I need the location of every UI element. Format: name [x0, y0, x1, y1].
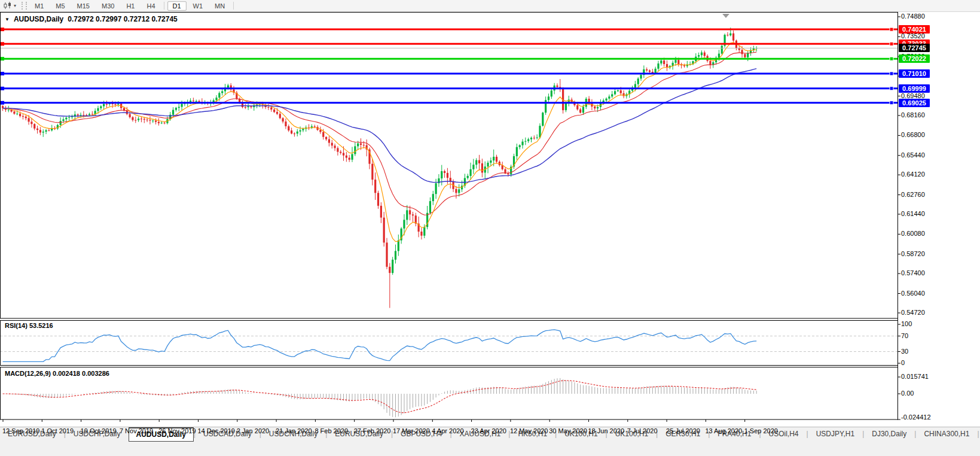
timeframe-group: D1W1MN — [167, 1, 231, 11]
chart-window[interactable]: ▼ AUDUSD,Daily 0.72972 0.72997 0.72712 0… — [0, 12, 980, 438]
price-tick-label: 0.56040 — [901, 290, 925, 297]
chart-symbol-label: AUDUSD,Daily — [14, 15, 63, 23]
rsi-tick-label: 70 — [901, 332, 908, 339]
date-label[interactable]: 30 May 2020 — [549, 427, 587, 434]
price-tick-label: 0.61440 — [901, 210, 925, 217]
date-label[interactable]: 7 Jul 2020 — [627, 427, 658, 434]
date-label[interactable]: 2 Jan 2020 — [237, 427, 269, 434]
date-label[interactable]: 17 Mar 2020 — [393, 427, 430, 434]
price-tick-label: 0.62760 — [901, 191, 925, 198]
mt4-terminal: ▾ M1M5M15M30H1H4 D1W1MN ▼ AUDUSD,Daily 0… — [0, 0, 980, 456]
hline-price-label: 0.74021 — [899, 25, 930, 34]
price-tick-label: 0.54720 — [901, 309, 925, 316]
toolbar-drag-handle[interactable] — [22, 2, 27, 10]
date-label[interactable]: 4 Apr 2020 — [432, 427, 463, 434]
price-tick-label: 0.64120 — [901, 171, 925, 178]
price-tick-label: 0.65440 — [901, 151, 925, 159]
toolbar-separator — [164, 2, 164, 10]
date-label[interactable]: 25 Jul 2020 — [666, 427, 700, 434]
timeframe-button-d1[interactable]: D1 — [167, 1, 187, 11]
date-label[interactable]: 1 Oct 2019 — [41, 427, 74, 434]
rsi-indicator-label: RSI(14) 53.5216 — [5, 322, 53, 329]
macd-indicator-label: MACD(12,26,9) 0.002418 0.003286 — [5, 370, 109, 377]
date-label[interactable]: 19 Oct 2019 — [81, 427, 117, 434]
price-tick-label: 0.69480 — [901, 92, 925, 99]
timeframe-button-m5[interactable]: M5 — [50, 1, 70, 11]
current-price-label: 0.72745 — [899, 44, 930, 52]
date-label[interactable]: 13 Aug 2020 — [705, 427, 742, 434]
chevron-down-icon: ▾ — [14, 3, 16, 8]
hline-price-label: 0.69025 — [899, 99, 930, 107]
date-label[interactable]: 18 Jun 2020 — [588, 427, 625, 434]
date-label[interactable]: 1 Sep 2020 — [744, 427, 778, 434]
timeframe-button-w1[interactable]: W1 — [188, 1, 209, 11]
hline-price-label: 0.71010 — [899, 69, 930, 78]
chart-ohlc-values: 0.72972 0.72997 0.72712 0.72745 — [68, 15, 178, 23]
macd-tick-label: -0.024412 — [901, 414, 931, 421]
chart-canvas[interactable] — [0, 12, 980, 438]
hline-price-label: 0.69999 — [899, 84, 930, 93]
date-label[interactable]: 21 Jan 2020 — [276, 427, 312, 434]
timeframe-toolbar: ▾ M1M5M15M30H1H4 D1W1MN — [0, 0, 980, 12]
price-tick-label: 0.73520 — [901, 32, 925, 39]
price-tick-label: 0.60080 — [901, 230, 925, 237]
date-label[interactable]: 14 Dec 2019 — [198, 427, 235, 434]
macd-tick-label: 0.015741 — [901, 373, 929, 380]
date-label[interactable]: 23 Apr 2020 — [471, 427, 506, 434]
price-tick-label: 0.57400 — [901, 269, 925, 276]
timeframe-button-m30[interactable]: M30 — [96, 1, 120, 11]
chart-title: ▼ AUDUSD,Daily 0.72972 0.72997 0.72712 0… — [5, 15, 178, 23]
timeframe-button-mn[interactable]: MN — [209, 1, 230, 11]
timeframe-button-h1[interactable]: H1 — [121, 1, 140, 11]
candlestick-chart-icon — [4, 2, 12, 10]
toolbar-separator — [233, 2, 234, 10]
date-label[interactable]: 12 Sep 2019 — [2, 427, 39, 434]
price-tick-label: 0.68160 — [901, 111, 925, 118]
chart-title-collapse-icon[interactable]: ▼ — [5, 17, 10, 22]
rsi-tick-label: 30 — [901, 348, 908, 355]
macd-tick-label: 0.00 — [901, 390, 914, 397]
date-label[interactable]: 12 May 2020 — [510, 427, 548, 434]
rsi-tick-label: 100 — [901, 320, 912, 327]
date-label[interactable]: 8 Feb 2020 — [315, 427, 348, 434]
date-label[interactable]: 27 Feb 2020 — [354, 427, 391, 434]
price-tick-label: 0.58720 — [901, 250, 925, 257]
rsi-tick-label: 0 — [901, 359, 905, 366]
timeframe-group: M1M5M15M30H1H4 — [29, 1, 161, 11]
timeframe-button-m1[interactable]: M1 — [29, 1, 49, 11]
price-tick-label: 0.74880 — [901, 13, 925, 20]
price-tick-label: 0.66800 — [901, 131, 925, 138]
hline-price-label: 0.72022 — [899, 54, 930, 63]
chart-tool-button[interactable]: ▾ — [0, 1, 20, 11]
date-label[interactable]: 26 Nov 2019 — [158, 427, 196, 434]
timeframe-button-h4[interactable]: H4 — [141, 1, 160, 11]
timeframe-button-m15[interactable]: M15 — [72, 1, 95, 11]
date-label[interactable]: 7 Nov 2019 — [120, 427, 153, 434]
